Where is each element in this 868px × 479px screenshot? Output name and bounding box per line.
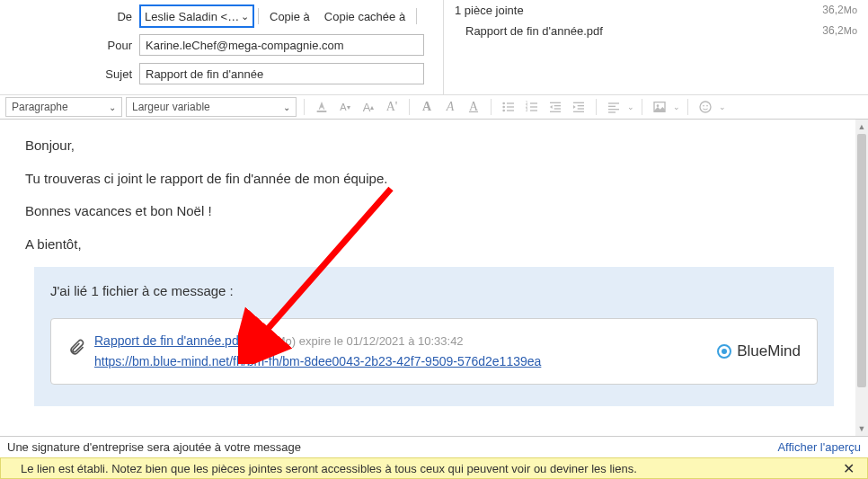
brand-logo: BlueMind [717, 340, 801, 363]
separator [596, 99, 597, 115]
svg-rect-21 [608, 102, 619, 103]
attachments-total-size: 36,2Mo [822, 4, 857, 17]
bold-icon[interactable]: A [417, 97, 437, 117]
align-icon[interactable] [604, 97, 624, 117]
separator [491, 99, 492, 115]
svg-rect-15 [554, 108, 561, 109]
subject-input[interactable]: Rapport de fin d'année [139, 63, 424, 84]
bluemind-icon [717, 344, 731, 359]
attachments-count: 1 pièce jointe [455, 4, 524, 17]
scroll-up-icon[interactable]: ▲ [855, 120, 868, 134]
svg-rect-8 [530, 106, 537, 107]
attachments-panel: 1 pièce jointe 36,2Mo Rapport de fin d'a… [443, 0, 868, 94]
insert-image-icon[interactable] [650, 97, 669, 117]
svg-rect-22 [608, 106, 616, 107]
scrollbar[interactable]: ▲ ▼ [855, 120, 868, 436]
paragraph-style-select[interactable]: Paragraphe ⌄ [5, 97, 122, 117]
from-select[interactable]: Leslie Saladin <… ⌄ [139, 4, 254, 28]
from-label: De [117, 10, 132, 23]
signature-notice: Une signature d'entreprise sera ajoutée … [7, 440, 301, 454]
bullet-list-icon[interactable] [499, 97, 518, 117]
svg-rect-4 [507, 102, 514, 103]
body-line: A bientôt, [25, 235, 843, 255]
scroll-down-icon[interactable]: ▼ [855, 421, 868, 436]
linked-file-card: Rapport de fin d'année.pdf (36,2 Mo) exp… [50, 318, 818, 385]
svg-rect-20 [573, 111, 584, 112]
svg-point-26 [657, 104, 660, 107]
body-line: Tu trouveras ci joint le rapport de fin … [25, 169, 843, 190]
divider [416, 8, 417, 24]
attachment-size: 36,2Mo [822, 24, 857, 38]
svg-point-2 [502, 106, 505, 109]
linked-title: J'ai lié 1 fichier à ce message : [50, 281, 818, 302]
number-list-icon[interactable]: 123 [522, 97, 542, 117]
svg-text:3: 3 [526, 108, 528, 112]
signature-bar: Une signature d'entreprise sera ajoutée … [0, 436, 868, 457]
message-body-editor[interactable]: Bonjour, Tu trouveras ci joint le rappor… [0, 120, 868, 436]
subject-label: Sujet [105, 67, 132, 81]
svg-point-1 [502, 102, 505, 105]
scroll-thumb[interactable] [857, 134, 866, 387]
brand-text: BlueMind [737, 340, 801, 363]
to-input[interactable]: Karine.leChef@mega-compagnie.com [139, 34, 424, 56]
clear-format-icon[interactable]: A' [382, 97, 402, 117]
font-smaller-icon[interactable]: A▾ [335, 97, 355, 117]
cc-button[interactable]: Copie à [262, 10, 317, 23]
from-value: Leslie Saladin <… [145, 10, 239, 23]
body-line: Bonnes vacances et bon Noël ! [25, 201, 843, 222]
svg-rect-19 [578, 108, 584, 109]
format-toolbar: Paragraphe ⌄ Largeur variable ⌄ A▾ A▴ A'… [0, 94, 868, 120]
svg-rect-5 [507, 106, 514, 107]
emoji-icon[interactable] [695, 97, 715, 117]
chevron-down-icon: ⌄ [627, 102, 634, 111]
svg-point-3 [502, 110, 505, 112]
svg-rect-0 [317, 111, 327, 112]
preview-signature-link[interactable]: Afficher l'aperçu [777, 440, 861, 454]
svg-rect-16 [550, 111, 561, 112]
outdent-icon[interactable] [545, 97, 565, 117]
compose-header: De Leslie Saladin <… ⌄ Copie à Copie cac… [0, 0, 443, 94]
chevron-down-icon: ⌄ [673, 102, 680, 111]
linked-attachment-box: J'ai lié 1 fichier à ce message : Rappor… [34, 267, 834, 406]
paperclip-icon [67, 339, 85, 363]
separator [687, 99, 688, 115]
italic-icon[interactable]: A [440, 97, 460, 117]
svg-point-29 [706, 105, 708, 107]
underline-icon[interactable]: A [464, 97, 483, 117]
close-icon[interactable]: ✕ [839, 460, 858, 477]
svg-rect-9 [530, 110, 537, 111]
body-line: Bonjour, [25, 136, 843, 156]
attachment-name: Rapport de fin d'année.pdf [465, 24, 603, 38]
chevron-down-icon: ⌄ [719, 102, 726, 111]
svg-point-28 [703, 105, 704, 107]
indent-icon[interactable] [569, 97, 589, 117]
svg-rect-7 [530, 102, 537, 103]
divider [258, 8, 259, 24]
linked-file-size: (36,2 Mo) [245, 334, 296, 348]
chevron-down-icon: ⌄ [283, 102, 290, 112]
linked-file-expiry: expire le 01/12/2021 à 10:33:42 [299, 334, 464, 348]
svg-rect-23 [608, 109, 619, 110]
svg-rect-17 [573, 102, 584, 103]
separator [642, 99, 642, 115]
linked-file-name[interactable]: Rapport de fin d'année.pdf [94, 333, 243, 348]
bcc-button[interactable]: Copie cachée à [317, 10, 412, 23]
to-label: Pour [108, 39, 132, 52]
attachment-item[interactable]: Rapport de fin d'année.pdf 36,2Mo [444, 21, 868, 41]
svg-point-27 [700, 102, 711, 112]
separator [304, 99, 305, 115]
text-color-icon[interactable] [312, 97, 332, 117]
svg-rect-6 [507, 110, 514, 111]
linked-file-url[interactable]: https://bm.blue-mind.net/fh/bm-fh/bm-8de… [94, 352, 717, 371]
warning-bar: Le lien est établi. Notez bien que les p… [0, 457, 868, 479]
chevron-down-icon: ⌄ [109, 102, 116, 112]
to-value: Karine.leChef@mega-compagnie.com [146, 39, 344, 52]
chevron-down-icon: ⌄ [241, 11, 249, 22]
font-family-select[interactable]: Largeur variable ⌄ [126, 97, 297, 117]
svg-rect-14 [554, 105, 561, 106]
font-larger-icon[interactable]: A▴ [359, 97, 378, 117]
subject-value: Rapport de fin d'année [146, 67, 263, 81]
svg-rect-18 [578, 105, 584, 106]
svg-rect-13 [550, 102, 561, 103]
warning-text: Le lien est établi. Notez bien que les p… [21, 462, 637, 475]
